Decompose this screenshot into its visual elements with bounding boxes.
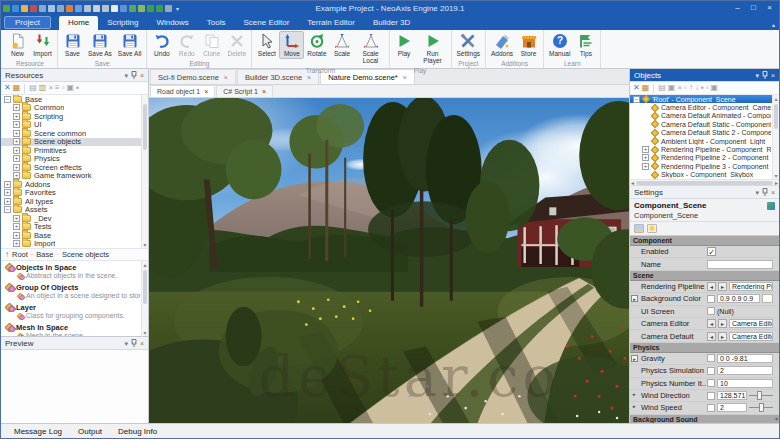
property-row-wind-direction[interactable]: ▸Wind Direction128.571 — [630, 390, 779, 402]
scene-viewport[interactable]: deStar.co — [149, 98, 629, 423]
property-row-gravity[interactable]: ▸Gravity0 0 -9.81 — [630, 353, 779, 365]
minimize-button[interactable]: – — [730, 2, 745, 14]
resources-tree-item[interactable]: +Favorites — [1, 189, 148, 198]
objects-tree-item[interactable]: Camera Default Static 2 - Component_Came… — [630, 129, 779, 137]
expander-icon[interactable]: − — [4, 96, 11, 103]
scroll-right-icon[interactable]: ▸ — [775, 179, 778, 186]
property-row-name[interactable]: Name — [630, 258, 779, 270]
quick-access-dropdown-icon[interactable]: ▾ — [176, 5, 179, 12]
expander-icon[interactable]: + — [13, 155, 20, 162]
save-all-button[interactable]: Save All — [115, 31, 145, 59]
scroll-left-icon[interactable]: ◂ — [631, 179, 634, 186]
scale-button[interactable]: Scale — [330, 31, 355, 59]
scrollbar-thumb[interactable] — [774, 104, 778, 129]
wind-direction-slider[interactable] — [749, 391, 773, 400]
ribbon-tab-tools[interactable]: Tools — [198, 16, 235, 30]
document-tab-sci-fi-demo-scene[interactable]: Sci-fi Demo.scene× — [150, 69, 236, 84]
close-icon[interactable]: × — [771, 72, 775, 79]
rotate-button[interactable]: Rotate — [304, 31, 329, 59]
physics-number-it-field[interactable]: 10 — [717, 379, 773, 388]
sub-tab-c-script-1[interactable]: C# Script 1× — [216, 85, 273, 97]
redo-quick-icon[interactable] — [84, 5, 91, 12]
ref-prev-button[interactable]: ◂ — [707, 332, 716, 341]
camera-editor-field[interactable]: Camera Editor — [729, 319, 773, 328]
wind-direction-field[interactable]: 128.571 — [717, 391, 747, 400]
property-row-rendering-pipeline[interactable]: Rendering Pipeline◂▸Rendering Pipeline — [630, 281, 779, 293]
move-quick-icon[interactable] — [120, 5, 127, 12]
close-tab-icon[interactable]: × — [262, 88, 266, 95]
background-color-field[interactable]: 0.9 0.9 0.9 — [717, 294, 760, 303]
run-quick-icon[interactable] — [156, 5, 163, 12]
rotate-quick-icon[interactable] — [129, 5, 136, 12]
close-icon[interactable]: × — [771, 189, 775, 196]
enabled-checkbox[interactable]: ✓ — [707, 247, 716, 256]
expander-icon[interactable]: + — [13, 215, 20, 222]
expander-icon[interactable]: + — [13, 113, 20, 120]
run-player-button[interactable]: Run Player — [417, 31, 449, 66]
delete-button[interactable]: Delete — [224, 31, 249, 59]
slider-thumb[interactable] — [759, 403, 764, 412]
property-row-ui-screen[interactable]: UI Screen(Null) — [630, 306, 779, 318]
expander-icon[interactable]: − — [633, 96, 640, 103]
breadcrumb-item[interactable]: Scene objects — [62, 250, 109, 259]
value-marker[interactable] — [707, 379, 715, 387]
select-quick-icon[interactable] — [111, 5, 118, 12]
wind-speed-slider[interactable] — [749, 403, 773, 412]
expander-icon[interactable]: + — [4, 198, 11, 205]
scale-local-button[interactable]: Scale Local — [355, 31, 387, 66]
resource-type-item[interactable]: Mesh In SpaceMesh in the scene. — [1, 321, 148, 337]
objects-horizontal-scrollbar[interactable]: ◂ ▸ — [630, 179, 779, 186]
settings-section-scene[interactable]: Scene — [630, 271, 779, 281]
expander-icon[interactable]: + — [4, 181, 11, 188]
property-row-physics-simulation[interactable]: Physics Simulation2 — [630, 365, 779, 377]
import-quick-icon[interactable] — [30, 5, 37, 12]
ribbon-tab-terrain-editor[interactable]: Terrain Editor — [298, 16, 364, 30]
ribbon-tab-scripting[interactable]: Scripting — [98, 16, 147, 30]
status-tab-debug-info[interactable]: Debug Info — [118, 427, 157, 436]
physics-simulation-field[interactable]: 2 — [717, 366, 773, 375]
gravity-field[interactable]: 0 0 -9.81 — [717, 354, 773, 363]
cut-icon[interactable]: ▪ — [701, 84, 704, 92]
window-3-icon[interactable] — [57, 5, 64, 12]
settings-section-physics[interactable]: Physics — [630, 343, 779, 353]
resources-tree-item[interactable]: +Import — [1, 240, 148, 249]
ribbon-tab-home[interactable]: Home — [59, 16, 98, 30]
scroll-down-icon[interactable]: ▾ — [142, 329, 148, 336]
pin-icon[interactable] — [762, 188, 768, 197]
window-2-icon[interactable] — [48, 5, 55, 12]
move-up-icon[interactable]: ↑ — [689, 84, 693, 92]
camera-default-field[interactable]: Camera Editor — [729, 332, 773, 341]
color-preview[interactable] — [762, 294, 773, 303]
row-expander-icon[interactable]: ▸ — [631, 295, 638, 302]
property-row-wind-speed[interactable]: ▸Wind Speed2 — [630, 402, 779, 414]
panel-menu-icon[interactable]: ▾ — [755, 72, 759, 79]
pin-icon[interactable] — [131, 339, 137, 348]
filter-icon[interactable]: ✕ — [4, 84, 11, 92]
play-quick-icon[interactable] — [147, 5, 154, 12]
row-expander-icon[interactable]: ▸ — [631, 355, 638, 362]
panel-menu-icon[interactable]: ▾ — [124, 72, 128, 79]
manual-button[interactable]: ?Manual — [546, 31, 573, 59]
scene-3d-render[interactable]: deStar.co — [149, 98, 629, 423]
select-button[interactable]: Select — [254, 31, 279, 59]
ribbon-tab-builder-3d[interactable]: Builder 3D — [364, 16, 419, 30]
clone-quick-icon[interactable] — [93, 5, 100, 12]
open-editor-icon[interactable]: ▤ — [658, 84, 666, 92]
expander-icon[interactable]: − — [4, 206, 11, 213]
objects-tree-item[interactable]: Camera Default Static - Component_Camera — [630, 120, 779, 128]
scroll-up-icon[interactable]: ▴ — [142, 261, 148, 268]
preview-image-icon[interactable] — [634, 224, 644, 233]
scroll-down-icon[interactable]: ▾ — [142, 241, 148, 248]
view-options-icon[interactable]: ▦ — [642, 84, 650, 92]
save-quick-icon[interactable] — [21, 5, 28, 12]
new-object-icon[interactable]: ▣ — [668, 84, 676, 92]
scroll-up-icon[interactable]: ▴ — [773, 95, 779, 102]
objects-tree-item[interactable]: −'Root' - Component_Scene — [630, 95, 779, 103]
breadcrumb-item[interactable]: Base — [36, 250, 53, 259]
objects-tree-item[interactable]: Camera Editor - Component_Camera — [630, 103, 779, 111]
value-marker[interactable] — [707, 367, 715, 375]
ref-prev-button[interactable]: ◂ — [707, 319, 716, 328]
property-row-background-color[interactable]: ▸Background Color0.9 0.9 0.9 — [630, 293, 779, 305]
options-quick-icon[interactable] — [66, 5, 73, 12]
view-options-icon[interactable]: ▦ — [13, 84, 21, 92]
